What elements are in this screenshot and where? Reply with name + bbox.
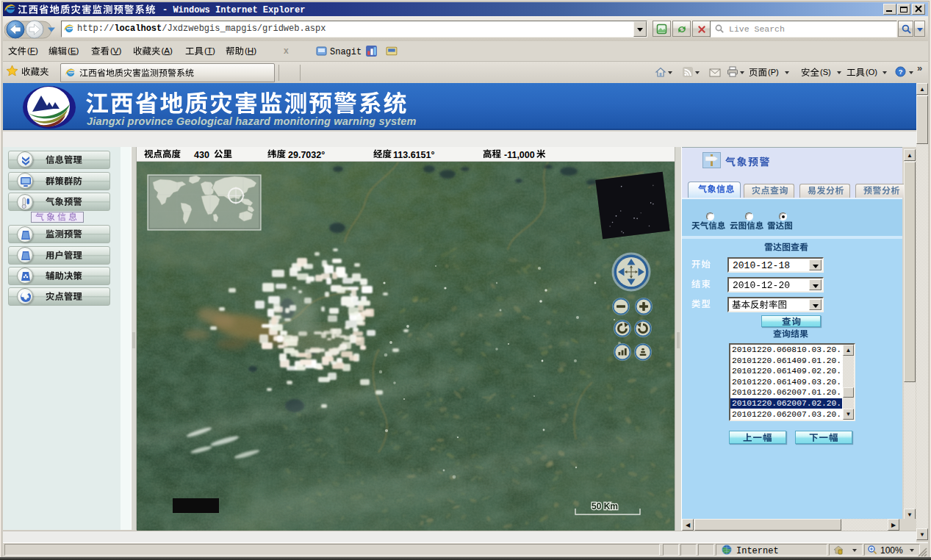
svg-text:?: ? xyxy=(899,68,903,76)
svg-text:50 Km: 50 Km xyxy=(592,501,618,511)
